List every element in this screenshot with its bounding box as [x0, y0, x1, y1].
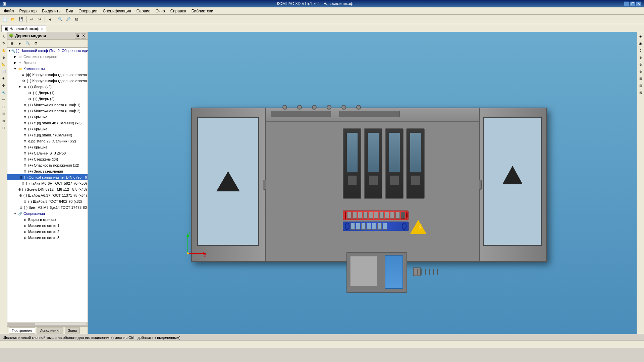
- menu-item-операции[interactable]: Операции: [76, 8, 100, 14]
- right-tool-4[interactable]: ⊛: [637, 54, 644, 61]
- save-button[interactable]: 💾: [17, 16, 25, 23]
- zoom-in-button[interactable]: 🔍: [57, 16, 64, 23]
- tree-node-washer[interactable]: ⚙(-) Conical spring washer DIN 6796 - 6: [7, 174, 88, 180]
- tree-float-button[interactable]: ⧉: [75, 33, 80, 39]
- tree-horizontal-scrollbar[interactable]: [7, 322, 88, 326]
- tree-node-toggle-ground[interactable]: [17, 169, 22, 174]
- tree-close-button[interactable]: ✕: [81, 33, 86, 39]
- tree-node-toggle-corp2[interactable]: [17, 78, 21, 83]
- tree-node-toggle-root[interactable]: ▼: [8, 48, 11, 53]
- tree-node-mount1[interactable]: ⚙(+) Монтажная плата (шкаф 1): [7, 102, 88, 108]
- tree-node-seal2[interactable]: ⚙(+) e.pg.stand.7 (Сальник): [7, 132, 88, 138]
- tree-node-toggle-corp1[interactable]: [16, 72, 20, 77]
- right-tool-3[interactable]: ◊: [637, 47, 644, 54]
- tree-node-toggle-pattern2[interactable]: [17, 229, 22, 234]
- tree-node-toggle-components[interactable]: ▼: [13, 66, 17, 71]
- tree-node-coord[interactable]: ▶⊞Системы координат: [7, 54, 88, 60]
- tree-filter-button[interactable]: ▼: [16, 40, 23, 47]
- undo-button[interactable]: ↩: [28, 16, 35, 23]
- pattern-tool[interactable]: ⊟: [0, 124, 7, 131]
- tree-node-toggle-door2[interactable]: [22, 97, 27, 101]
- tree-node-washer2[interactable]: ⚙(-) Шайба А6.37 ГОСТ 11371-78 (х64): [7, 192, 88, 198]
- tree-scrollbar-thumb[interactable]: [8, 323, 35, 325]
- tree-node-toggle-seal3[interactable]: [17, 139, 22, 143]
- tree-node-toggle-nut[interactable]: [16, 181, 20, 186]
- tree-node-cutwall[interactable]: ◈Вырез в стенках: [7, 217, 88, 223]
- tree-node-sketches[interactable]: ▶✏Эскизы: [7, 60, 88, 66]
- right-tool-9[interactable]: ⊠: [637, 89, 644, 96]
- tree-node-pattern2[interactable]: ◈Массив по сетке:2: [7, 229, 88, 235]
- print-button[interactable]: 🖨: [46, 16, 54, 23]
- tree-node-salmSTJ[interactable]: ⚙(+) Сальник STJ ZP58: [7, 150, 88, 156]
- tree-node-danger[interactable]: ⚙(+) Опасность поражения (х2): [7, 162, 88, 168]
- cursor-tool[interactable]: ↖: [0, 33, 7, 40]
- constraint-tool[interactable]: ⊞: [0, 110, 7, 117]
- menu-item-спецификация[interactable]: Спецификация: [100, 8, 133, 14]
- tree-search-button[interactable]: 🔍: [24, 40, 32, 47]
- tree-node-screw1[interactable]: ⚙(-) Screw DIN 6912 - М6 х12 - 8.8 (х48): [7, 186, 88, 192]
- viewport[interactable]: ⚡: [88, 32, 637, 334]
- tree-node-door1[interactable]: ⚙(+) Дверь (1): [7, 90, 88, 96]
- tree-node-washer3[interactable]: ⚙(-) Шайба 6 ГОСТ 6402-70 (х32): [7, 198, 88, 204]
- tree-node-doors[interactable]: ▼⚙(+) Дверь (х2): [7, 84, 88, 90]
- restore-button[interactable]: ❐: [630, 1, 635, 6]
- tree-node-pattern3[interactable]: ◈Массив по сетке:3: [7, 235, 88, 241]
- assembly-tool[interactable]: 🔩: [0, 89, 7, 96]
- tree-node-cover3[interactable]: ⚙(+) Крышка: [7, 144, 88, 150]
- tree-node-door2[interactable]: ⚙(+) Дверь (2): [7, 96, 88, 102]
- tree-node-rod[interactable]: ⚙(+) Стержень (х4): [7, 156, 88, 162]
- zoom-tool[interactable]: ⊕: [0, 54, 7, 61]
- tree-node-corp2[interactable]: ⚙(+) Корпус шкафа (дверь со стекло: [7, 78, 88, 84]
- tree-node-toggle-cutwall[interactable]: [17, 217, 22, 222]
- tree-node-toggle-cover3[interactable]: [17, 145, 22, 149]
- tree-node-toggle-salmSTJ[interactable]: [17, 151, 22, 156]
- tree-node-toggle-coord[interactable]: ▶: [13, 54, 17, 59]
- tree-node-toggle-pattern1[interactable]: [17, 223, 22, 228]
- menu-item-сервис[interactable]: Сервис: [134, 8, 153, 14]
- tree-node-toggle-mount1[interactable]: [17, 103, 22, 107]
- menu-item-редактор[interactable]: Редактор: [17, 8, 40, 14]
- tree-node-cover2[interactable]: ⚙(+) Крышка: [7, 126, 88, 132]
- right-tool-2[interactable]: ◉: [637, 40, 644, 47]
- tree-node-toggle-washer[interactable]: [15, 175, 19, 180]
- tree-node-toggle-mount2[interactable]: [17, 109, 22, 113]
- right-tool-6[interactable]: ⊝: [637, 68, 644, 75]
- tree-node-root[interactable]: ▼🔩(-) Навесной шкаф (Тел-0, Сборочных ед…: [7, 48, 88, 54]
- tree-node-seal3[interactable]: ⚙e.pg.stand.29 (Сальник) (х2): [7, 138, 88, 144]
- tree-node-toggle-mates[interactable]: ▼: [13, 211, 17, 216]
- tree-node-components[interactable]: ▼📁Компоненты: [7, 66, 88, 72]
- tree-node-mates[interactable]: ▼🔗Сопряжения: [7, 210, 88, 217]
- pan-tool[interactable]: ✋: [0, 47, 7, 54]
- tree-node-toggle-pattern3[interactable]: [17, 235, 22, 240]
- right-tool-7[interactable]: ⊞: [637, 75, 644, 82]
- tree-node-mount2[interactable]: ⚙(+) Монтажная плата (шкаф 2): [7, 108, 88, 114]
- tree-node-ground[interactable]: ⚙(+) Знак заземления: [7, 168, 88, 174]
- tree-expand-button[interactable]: ⊞: [8, 40, 15, 47]
- tree-node-pattern1[interactable]: ◈Массив по сетке:1: [7, 223, 88, 229]
- sketch-tool[interactable]: ✏: [0, 96, 7, 103]
- tree-node-cover1[interactable]: ⚙(+) Крышка: [7, 114, 88, 120]
- tree-node-screw2[interactable]: ⚙(-) Винт А2.М6-6gx14 ГОСТ 17473-80: [7, 204, 88, 210]
- tree-node-toggle-seal1[interactable]: [17, 121, 22, 125]
- menu-item-файл[interactable]: Файл: [1, 8, 17, 14]
- right-tool-5[interactable]: ⊜: [637, 61, 644, 68]
- tree-node-toggle-cover1[interactable]: [17, 115, 22, 119]
- tree-node-toggle-screw1[interactable]: [14, 187, 18, 192]
- tree-node-toggle-washer2[interactable]: [15, 193, 19, 198]
- new-button[interactable]: 📄: [1, 16, 9, 23]
- tree-node-corp1[interactable]: ⚙(ф) Корпус шкафа (дверь со стекло: [7, 72, 88, 78]
- tree-node-toggle-seal2[interactable]: [17, 133, 22, 137]
- tree-node-toggle-danger[interactable]: [17, 163, 22, 168]
- tree-node-seal1[interactable]: ⚙(+) e.pg.stand.48 (Сальник) (х3): [7, 120, 88, 126]
- right-tool-8[interactable]: ⊟: [637, 82, 644, 89]
- menu-item-выделить[interactable]: Выделить: [39, 8, 63, 14]
- minimize-button[interactable]: —: [624, 1, 629, 6]
- menu-item-библиотеки[interactable]: Библиотеки: [189, 8, 216, 14]
- rotate-tool[interactable]: ↻: [0, 40, 7, 47]
- component-tool[interactable]: ⚙: [0, 82, 7, 89]
- right-tool-1[interactable]: ◈: [637, 33, 644, 40]
- tree-node-toggle-sketches[interactable]: ▶: [13, 60, 17, 65]
- tree-node-toggle-screw2[interactable]: [15, 205, 19, 210]
- fit-button[interactable]: ⊡: [73, 16, 80, 23]
- menu-item-вид[interactable]: Вид: [63, 8, 76, 14]
